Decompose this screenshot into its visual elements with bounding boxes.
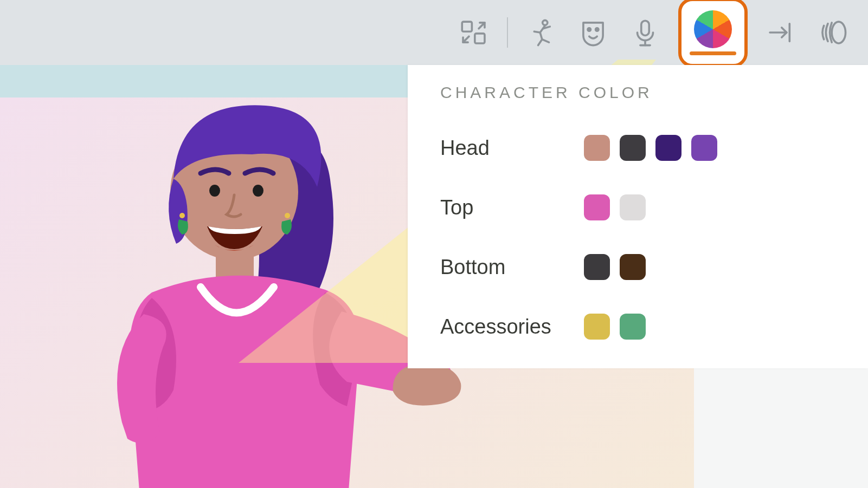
color-row-bottom: Bottom <box>440 237 835 297</box>
color-row-accessories: Accessories <box>440 297 835 356</box>
svg-point-9 <box>179 213 185 218</box>
svg-point-3 <box>588 28 590 31</box>
swatch-head-1[interactable] <box>620 135 646 161</box>
svg-point-4 <box>596 28 599 31</box>
mask-icon <box>577 17 609 48</box>
swatch-group <box>584 314 646 340</box>
enter-icon <box>765 17 796 48</box>
character-color-panel: CHARACTER COLOR Head Top Bottom Accessor… <box>408 65 868 368</box>
svg-rect-0 <box>462 22 472 31</box>
motion-icon <box>817 17 848 48</box>
swap-button[interactable] <box>455 14 493 51</box>
swatch-group <box>584 254 646 280</box>
color-wheel-icon <box>694 10 732 48</box>
expression-button[interactable] <box>574 14 612 51</box>
svg-rect-5 <box>641 21 650 35</box>
swatch-head-3[interactable] <box>691 135 717 161</box>
enter-button[interactable] <box>762 14 800 51</box>
swatch-head-2[interactable] <box>655 135 681 161</box>
swatch-group <box>584 135 717 161</box>
toolbar-separator <box>507 17 508 48</box>
svg-point-10 <box>285 213 290 218</box>
active-tool-underline <box>690 51 736 55</box>
swatch-bottom-1[interactable] <box>620 254 646 280</box>
color-row-head: Head <box>440 118 835 178</box>
swatch-top-1[interactable] <box>620 194 646 220</box>
row-label: Top <box>440 196 584 219</box>
svg-point-12 <box>253 185 263 197</box>
row-label: Bottom <box>440 256 584 279</box>
swatch-acc-0[interactable] <box>584 314 610 340</box>
motion-path-button[interactable] <box>814 14 852 51</box>
mic-icon <box>629 17 661 48</box>
svg-rect-1 <box>475 34 485 43</box>
panel-title: CHARACTER COLOR <box>440 83 835 102</box>
swatch-acc-1[interactable] <box>620 314 646 340</box>
svg-point-2 <box>543 20 548 25</box>
swatch-top-0[interactable] <box>584 194 610 220</box>
svg-point-11 <box>209 185 220 197</box>
pose-button[interactable] <box>522 14 560 51</box>
run-icon <box>525 17 557 48</box>
toolbar <box>0 0 868 65</box>
swap-icon <box>458 17 490 48</box>
color-row-top: Top <box>440 178 835 237</box>
row-label: Accessories <box>440 315 584 339</box>
voice-button[interactable] <box>626 14 664 51</box>
color-button[interactable] <box>678 0 748 67</box>
svg-point-6 <box>832 22 845 43</box>
swatch-bottom-0[interactable] <box>584 254 610 280</box>
swatch-head-0[interactable] <box>584 135 610 161</box>
swatch-group <box>584 194 646 220</box>
row-label: Head <box>440 136 584 160</box>
